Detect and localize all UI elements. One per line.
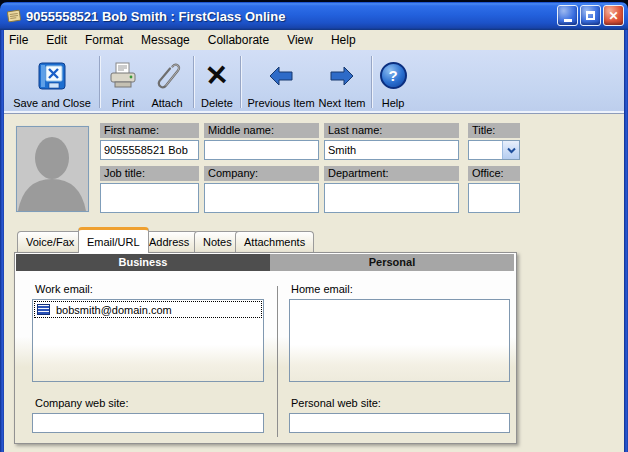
help-icon: ?: [380, 54, 407, 97]
tab-voice-fax[interactable]: Voice/Fax: [17, 231, 83, 253]
tab-address[interactable]: Address: [140, 231, 198, 253]
menu-collaborate[interactable]: Collaborate: [199, 31, 278, 49]
email-address-icon: [37, 304, 50, 315]
print-button[interactable]: Print: [102, 54, 144, 110]
company-web-input[interactable]: [32, 413, 264, 433]
work-email-list[interactable]: bobsmith@domain.com: [32, 299, 264, 382]
help-label: Help: [382, 97, 405, 110]
toolbar-separator: [371, 56, 372, 108]
first-name-input[interactable]: [100, 140, 199, 160]
contact-photo[interactable]: [16, 126, 89, 212]
delete-label: Delete: [201, 97, 233, 110]
work-email-entry-text: bobsmith@domain.com: [56, 304, 172, 316]
email-url-panel: Business Personal Work email: bobsmith@d…: [14, 252, 517, 444]
window-title: 9055558521 Bob Smith : FirstClass Online: [26, 9, 285, 24]
window-controls: ✕: [557, 5, 624, 26]
window-border-right: [624, 30, 628, 452]
company-web-label: Company web site:: [35, 397, 129, 409]
menu-view[interactable]: View: [278, 31, 322, 49]
save-and-close-label: Save and Close: [13, 97, 91, 110]
middle-name-input[interactable]: [204, 140, 319, 160]
attach-icon: [153, 54, 181, 97]
close-button[interactable]: ✕: [603, 5, 624, 26]
print-label: Print: [112, 97, 135, 110]
personal-web-input[interactable]: [289, 413, 510, 433]
title-select-button[interactable]: [502, 141, 519, 159]
maximize-button[interactable]: [580, 5, 601, 26]
toolbar-separator: [99, 56, 100, 108]
chevron-down-icon: [507, 147, 516, 154]
job-title-input[interactable]: [100, 183, 199, 213]
menu-edit[interactable]: Edit: [37, 31, 76, 49]
middle-name-label: Middle name:: [204, 123, 319, 138]
office-label: Office:: [468, 166, 520, 181]
person-silhouette-icon: [17, 127, 88, 211]
attach-label: Attach: [151, 97, 182, 110]
last-name-label: Last name:: [324, 123, 459, 138]
minimize-icon: [564, 19, 572, 22]
minimize-button[interactable]: [557, 5, 578, 26]
company-label: Company:: [204, 166, 319, 181]
help-button[interactable]: ? Help: [374, 54, 412, 110]
home-email-list[interactable]: [289, 299, 510, 382]
toolbar-separator: [193, 56, 194, 108]
home-email-label: Home email:: [291, 283, 353, 295]
personal-web-label: Personal web site:: [291, 397, 381, 409]
menu-format[interactable]: Format: [76, 31, 132, 49]
job-title-label: Job title:: [100, 166, 199, 181]
next-item-icon: [329, 54, 355, 97]
personal-section-header: Personal: [270, 254, 514, 271]
work-email-entry[interactable]: bobsmith@domain.com: [35, 302, 261, 317]
title-select[interactable]: [468, 140, 520, 160]
next-item-label: Next Item: [318, 97, 365, 110]
first-name-label: First name:: [100, 123, 199, 138]
menu-message[interactable]: Message: [132, 31, 199, 49]
menu-help[interactable]: Help: [322, 31, 365, 49]
save-and-close-icon: [36, 54, 68, 97]
toolbar: Save and Close Print: [4, 50, 624, 114]
section-header: Business Personal: [16, 254, 514, 271]
close-icon: ✕: [608, 10, 618, 22]
menu-file[interactable]: File: [4, 31, 37, 49]
print-icon: [108, 54, 138, 97]
department-label: Department:: [324, 166, 459, 181]
menu-bar: File Edit Format Message Collaborate Vie…: [4, 30, 624, 50]
previous-item-button[interactable]: Previous Item: [244, 54, 318, 110]
previous-item-label: Previous Item: [247, 97, 314, 110]
business-section-header: Business: [16, 254, 270, 271]
delete-icon: ✕: [205, 54, 228, 97]
next-item-button[interactable]: Next Item: [316, 54, 368, 110]
save-and-close-button[interactable]: Save and Close: [8, 54, 96, 110]
delete-button[interactable]: ✕ Delete: [196, 54, 238, 110]
tab-attachments[interactable]: Attachments: [235, 231, 314, 253]
column-divider: [277, 286, 278, 437]
previous-item-icon: [268, 54, 294, 97]
title-label: Title:: [468, 123, 520, 138]
maximize-icon: [586, 11, 595, 20]
app-icon: [6, 8, 22, 24]
tab-notes[interactable]: Notes: [194, 231, 241, 253]
company-input[interactable]: [204, 183, 319, 213]
contact-form: First name: Middle name: Last name: Titl…: [4, 114, 624, 452]
department-input[interactable]: [324, 183, 459, 213]
last-name-input[interactable]: [324, 140, 459, 160]
office-input[interactable]: [468, 183, 520, 213]
tab-email-url[interactable]: Email/URL: [78, 227, 149, 253]
titlebar[interactable]: 9055558521 Bob Smith : FirstClass Online…: [0, 2, 628, 30]
attach-button[interactable]: Attach: [144, 54, 190, 110]
work-email-label: Work email:: [35, 283, 93, 295]
toolbar-separator: [240, 56, 241, 108]
application-window: 9055558521 Bob Smith : FirstClass Online…: [0, 0, 628, 452]
